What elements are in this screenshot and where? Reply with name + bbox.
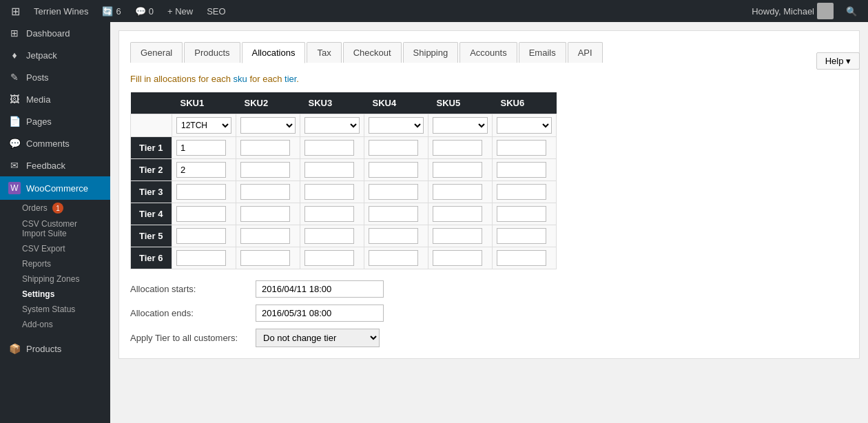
allocation-starts-input[interactable] — [256, 280, 384, 298]
reports-label: Reports — [22, 259, 51, 269]
sidebar-sub-settings[interactable]: Settings — [0, 287, 110, 302]
tier1-sku5-input[interactable] — [433, 140, 482, 156]
tier3-sku5-input[interactable] — [433, 184, 482, 200]
tab-emails[interactable]: Emails — [519, 42, 566, 63]
allocation-ends-input[interactable] — [256, 305, 384, 322]
tier2-sku5-input[interactable] — [433, 162, 482, 178]
tier3-sku6-input[interactable] — [497, 184, 546, 200]
tier2-sku1-input[interactable] — [176, 162, 226, 178]
tier1-sku5-cell — [428, 137, 493, 159]
tier1-sku2-cell — [236, 137, 300, 159]
tab-api[interactable]: API — [568, 42, 603, 63]
tier4-sku5-input[interactable] — [433, 206, 482, 222]
wp-logo-icon[interactable]: ⊞ — [6, 0, 25, 22]
sku5-dropdown[interactable] — [433, 117, 488, 134]
tier2-sku6-input[interactable] — [497, 162, 546, 178]
sidebar-sub-orders[interactable]: Orders 1 — [0, 200, 110, 216]
sidebar-item-pages[interactable]: 📄 Pages — [0, 110, 110, 132]
tier5-sku5-input[interactable] — [433, 228, 482, 244]
site-name[interactable]: Terrien Wines — [28, 0, 94, 22]
tier6-sku4-input[interactable] — [369, 250, 418, 266]
allocation-table: SKU1 SKU2 SKU3 SKU4 SKU5 SKU6 12 — [130, 92, 557, 269]
tier1-sku2-input[interactable] — [240, 140, 290, 156]
tab-general[interactable]: General — [130, 42, 183, 63]
sidebar-item-feedback[interactable]: ✉ Feedback — [0, 154, 110, 176]
sku6-dropdown-cell — [493, 114, 557, 137]
tier4-sku3-input[interactable] — [304, 206, 354, 222]
tier-link[interactable]: tier — [285, 74, 296, 84]
tier1-sku6-input[interactable] — [497, 140, 546, 156]
sidebar-item-products[interactable]: 📦 Products — [0, 338, 110, 360]
search-button[interactable]: 🔍 — [840, 0, 862, 22]
tier6-sku3-input[interactable] — [304, 250, 354, 266]
tier2-sku4-cell — [364, 159, 428, 181]
sku-link[interactable]: sku — [234, 74, 247, 84]
updates-button[interactable]: 🔄 6 — [96, 0, 126, 22]
sku3-dropdown[interactable] — [304, 117, 360, 134]
sidebar-sub-shipping-zones[interactable]: Shipping Zones — [0, 271, 110, 287]
tier4-sku4-input[interactable] — [369, 206, 418, 222]
tier6-label: Tier 6 — [131, 247, 172, 269]
sidebar-sub-add-ons[interactable]: Add-ons — [0, 317, 110, 332]
new-button[interactable]: + New — [162, 0, 198, 22]
woocommerce-icon: W — [8, 182, 21, 194]
tier2-sku4-input[interactable] — [369, 162, 418, 178]
tier6-sku6-input[interactable] — [497, 250, 546, 266]
tier2-sku2-input[interactable] — [240, 162, 290, 178]
tab-accounts[interactable]: Accounts — [459, 42, 517, 63]
tier6-sku1-input[interactable] — [176, 250, 226, 266]
sku1-dropdown[interactable]: 12TCH — [176, 117, 231, 134]
comments-button[interactable]: 💬 0 — [130, 0, 159, 22]
tab-allocations[interactable]: Allocations — [242, 42, 306, 63]
tier3-sku4-input[interactable] — [369, 184, 418, 200]
allocation-starts-label: Allocation starts: — [130, 284, 247, 294]
tier6-sku5-input[interactable] — [433, 250, 482, 266]
sidebar-sub-reports[interactable]: Reports — [0, 256, 110, 271]
tier5-sku1-input[interactable] — [176, 228, 226, 244]
tab-checkout[interactable]: Checkout — [343, 42, 402, 63]
tier1-sku3-input[interactable] — [304, 140, 354, 156]
table-row: Tier 1 — [131, 137, 557, 159]
tier5-sku4-input[interactable] — [369, 228, 418, 244]
tier3-sku1-input[interactable] — [176, 184, 226, 200]
sku4-dropdown[interactable] — [369, 117, 424, 134]
tier6-sku2-input[interactable] — [240, 250, 290, 266]
sidebar-item-dashboard[interactable]: ⊞ Dashboard — [0, 22, 110, 44]
tab-tax[interactable]: Tax — [307, 42, 341, 63]
tier1-sku4-input[interactable] — [369, 140, 418, 156]
tier5-sku3-input[interactable] — [304, 228, 354, 244]
help-button[interactable]: Help ▾ — [816, 52, 860, 70]
sku3-dropdown-cell — [300, 114, 364, 137]
howdy-section[interactable]: Howdy, Michael — [746, 0, 839, 22]
table-row: Tier 3 — [131, 181, 557, 203]
tier4-sku4-cell — [364, 203, 428, 225]
tier4-sku2-input[interactable] — [240, 206, 290, 222]
sidebar-item-posts[interactable]: ✎ Posts — [0, 66, 110, 88]
tab-products[interactable]: Products — [184, 42, 240, 63]
tier5-sku2-input[interactable] — [240, 228, 290, 244]
tier3-sku3-input[interactable] — [304, 184, 354, 200]
tier5-sku6-input[interactable] — [497, 228, 546, 244]
sidebar-item-media[interactable]: 🖼 Media — [0, 88, 110, 110]
csv-import-label: CSV Customer Import Suite — [22, 219, 77, 238]
apply-tier-select[interactable]: Do not change tier Tier 1 Tier 2 Tier 3 … — [256, 329, 380, 347]
tab-shipping[interactable]: Shipping — [403, 42, 459, 63]
new-label: + New — [167, 6, 193, 17]
tier6-sku5-cell — [428, 247, 493, 269]
sidebar-item-comments[interactable]: 💬 Comments — [0, 132, 110, 154]
sku2-dropdown[interactable] — [240, 117, 296, 134]
sidebar-sub-system-status[interactable]: System Status — [0, 302, 110, 317]
seo-button[interactable]: SEO — [201, 0, 231, 22]
sidebar-item-jetpack[interactable]: ♦ Jetpack — [0, 44, 110, 66]
tier3-sku2-input[interactable] — [240, 184, 290, 200]
tier1-sku1-input[interactable] — [176, 140, 226, 156]
tier4-sku1-input[interactable] — [176, 206, 226, 222]
tier3-sku5-cell — [428, 181, 493, 203]
sidebar-sub-csv-import[interactable]: CSV Customer Import Suite — [0, 216, 110, 241]
tier4-sku6-input[interactable] — [497, 206, 546, 222]
tier4-sku5-cell — [428, 203, 493, 225]
sku6-dropdown[interactable] — [497, 117, 552, 134]
sidebar-item-woocommerce[interactable]: W WooCommerce — [0, 176, 110, 200]
sidebar-sub-csv-export[interactable]: CSV Export — [0, 241, 110, 256]
tier2-sku3-input[interactable] — [304, 162, 354, 178]
